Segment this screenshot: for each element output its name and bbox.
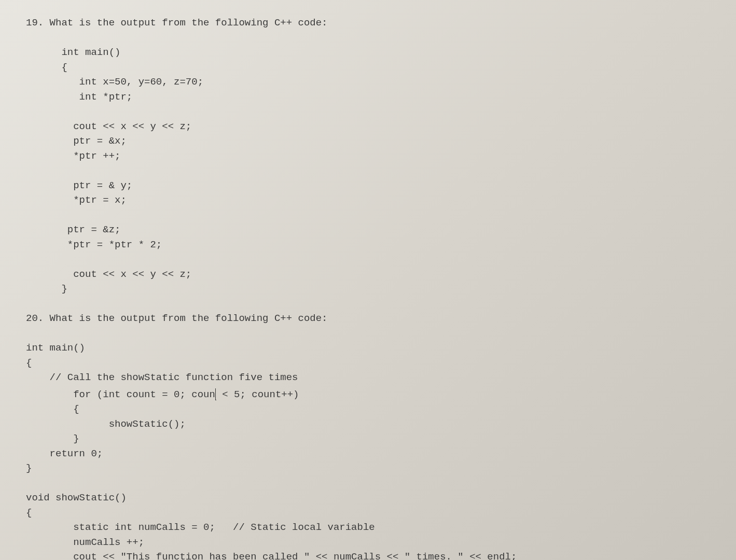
q20-heading: 20. What is the output from the followin…	[26, 313, 328, 324]
q20-code-b: { showStatic(); } return 0; } void showS…	[26, 403, 517, 560]
q19-code: int main() { int x=50, y=60, z=70; int *…	[26, 47, 203, 295]
q20-for-suffix: < 5; count++)	[216, 389, 299, 400]
q20-for-prefix: for (int count = 0; coun	[26, 389, 215, 400]
q19-heading: 19. What is the output from the followin…	[26, 17, 328, 29]
document-page: 19. What is the output from the followin…	[0, 0, 736, 560]
q20-code-a: int main() { // Call the showStatic func…	[26, 342, 298, 383]
text-cursor-icon	[215, 388, 216, 400]
